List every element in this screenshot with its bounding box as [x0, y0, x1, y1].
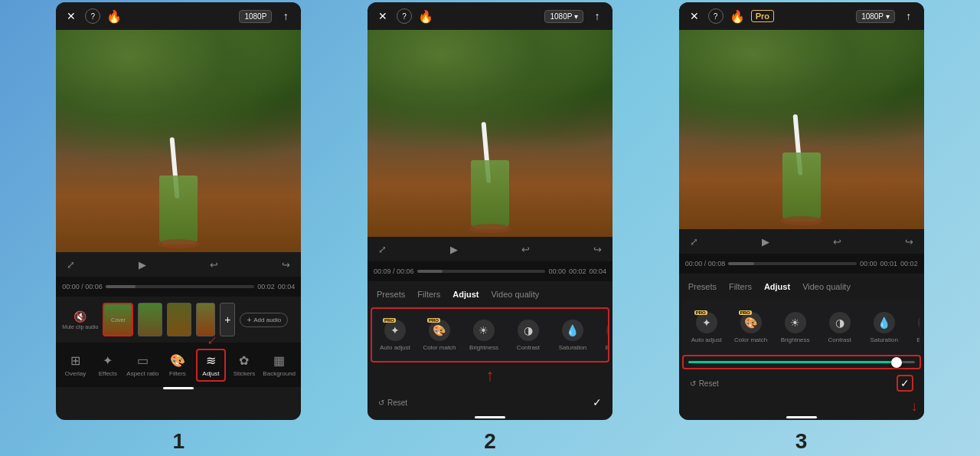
play-icon-2[interactable]: ▶ [450, 244, 458, 255]
time-3b: 00:01 [880, 260, 898, 267]
flame-icon-3: 🔥 [730, 8, 745, 24]
video-preview-1 [56, 30, 301, 252]
saturation-tool-3[interactable]: 💧 Saturation [866, 312, 903, 343]
help-icon[interactable]: ? [85, 8, 100, 24]
time-display-3: 00:00 / 00:08 [685, 260, 726, 267]
controls-bar-1: ⤢ ▶ ↩ ↪ [56, 252, 301, 277]
effects-nav[interactable]: ✦ Effects [94, 353, 122, 377]
check-icon-2[interactable]: ✓ [593, 396, 602, 408]
scroll-bar-1 [163, 387, 194, 389]
expand-icon[interactable]: ⤢ [67, 259, 75, 271]
close-icon-3[interactable]: ✕ [687, 8, 702, 24]
close-icon-2[interactable]: ✕ [375, 8, 390, 24]
cover-thumbnail[interactable]: Cover [103, 303, 133, 336]
add-clip-btn[interactable]: + [220, 303, 235, 336]
reset-btn-2[interactable]: ↺ Reset [378, 399, 407, 407]
expand-icon-3[interactable]: ⤢ [690, 236, 698, 248]
close-icon[interactable]: ✕ [64, 8, 79, 24]
timeline-track-3[interactable] [728, 262, 857, 265]
time-display-1: 00:00 / 00:06 [62, 283, 103, 290]
redo-icon-2[interactable]: ↪ [593, 244, 602, 255]
time-2a: 00:00 [548, 267, 566, 275]
panel-1: ✕ ? 🔥 1080P ↑ [56, 2, 301, 454]
time-3a: 00:00 [860, 260, 877, 267]
tab-adjust-2[interactable]: Adjust [452, 290, 479, 299]
resolution-badge[interactable]: 1080P [239, 10, 272, 23]
filters-nav[interactable]: 🎨 Filters [164, 353, 191, 377]
background-nav[interactable]: ▦ Background [263, 353, 296, 377]
redo-icon[interactable]: ↪ [282, 259, 290, 271]
contrast-tool-3[interactable]: ◑ Contrast [822, 312, 858, 343]
saturation-tool[interactable]: 💧 Saturation [554, 320, 591, 351]
timeline-track-2[interactable] [417, 270, 546, 273]
auto-adjust-tool[interactable]: PRO ✦ Auto adjust [377, 320, 413, 351]
add-audio-btn[interactable]: + Add audio [240, 313, 288, 327]
flame-icon-2: 🔥 [418, 8, 433, 24]
resolution-badge-2[interactable]: 1080P ▾ [544, 10, 583, 23]
reset-btn-3[interactable]: ↺ Reset [690, 379, 719, 388]
arrow-icon-2: ↑ [485, 366, 494, 385]
tab-filters-3[interactable]: Filters [729, 282, 752, 291]
mute-clip-btn[interactable]: 🔇 Mute clip audio [62, 310, 98, 330]
stickers-nav[interactable]: ✿ Stickers [230, 353, 258, 377]
clip-frame-3 [196, 303, 215, 336]
tab-quality-2[interactable]: Video quality [491, 290, 539, 299]
panel-number-1: 1 [173, 429, 185, 454]
brightness-tool[interactable]: ☀ Brightness [466, 320, 502, 351]
redo-icon-3[interactable]: ↪ [905, 236, 913, 248]
video-preview-3 [679, 30, 924, 229]
scroll-bar-3 [786, 416, 817, 418]
slider-thumb-3[interactable] [891, 357, 902, 368]
panel-number-3: 3 [795, 429, 808, 454]
time-end-1: 00:02 [257, 283, 275, 290]
upload-icon-3[interactable]: ↑ [901, 8, 916, 24]
contrast-tool[interactable]: ◑ Contrast [510, 320, 547, 351]
brilliance-tool-3[interactable]: ⚙ Brillian... [910, 312, 921, 343]
undo-icon[interactable]: ↩ [210, 259, 218, 271]
time-2b: 00:02 [569, 267, 586, 275]
slider-track-3[interactable] [688, 361, 915, 363]
arrow-container-2: ↑ [368, 363, 612, 389]
adjust-tools-2: PRO ✦ Auto adjust PRO 🎨 Color match ☀ Br… [371, 307, 609, 363]
adjust-tools-3: PRO ✦ Auto adjust PRO 🎨 Color match ☀ Br… [682, 300, 921, 355]
tab-presets-2[interactable]: Presets [377, 290, 405, 299]
upload-icon[interactable]: ↑ [278, 8, 293, 24]
bottom-nav-1: ⊞ Overlay ✦ Effects ▭ Aspect ratio 🎨 Fil… [56, 343, 301, 387]
tab-presets-3[interactable]: Presets [688, 282, 717, 291]
pro-badge: Pro [751, 10, 774, 22]
phone-screen-2: ✕ ? 🔥 1080P ▾ ↑ [368, 2, 612, 420]
aspect-ratio-nav[interactable]: ▭ Aspect ratio [126, 353, 158, 377]
tab-nav-3: Presets Filters Adjust Video quality [679, 274, 924, 300]
overlay-nav[interactable]: ⊞ Overlay [62, 353, 90, 377]
tab-quality-3[interactable]: Video quality [802, 282, 851, 291]
color-match-tool[interactable]: PRO 🎨 Color match [421, 320, 458, 351]
expand-icon-2[interactable]: ⤢ [378, 244, 387, 255]
brilliance-tool[interactable]: ⚙ Brillian... [599, 320, 609, 351]
upload-icon-2[interactable]: ↑ [590, 8, 605, 24]
panel-3: ✕ ? 🔥 Pro 1080P ▾ ↑ [679, 2, 924, 454]
phone-screen-3: ✕ ? 🔥 Pro 1080P ▾ ↑ [679, 2, 924, 420]
tab-filters-2[interactable]: Filters [417, 290, 440, 299]
color-match-tool-3[interactable]: PRO 🎨 Color match [733, 312, 769, 343]
undo-icon-2[interactable]: ↩ [521, 244, 530, 255]
tab-adjust-3[interactable]: Adjust [764, 282, 790, 291]
brightness-tool-3[interactable]: ☀ Brightness [777, 312, 814, 343]
adjust-nav[interactable]: ≋ Adjust [196, 349, 225, 382]
time-3c: 00:02 [900, 260, 918, 267]
clip-frame-1 [138, 303, 162, 336]
timeline-1: 00:00 / 00:06 00:02 00:04 [56, 277, 301, 297]
scroll-bar-2 [475, 416, 505, 418]
reset-bar-2: ↺ Reset ✓ [368, 389, 612, 416]
play-icon[interactable]: ▶ [139, 259, 146, 271]
top-bar-3: ✕ ? 🔥 Pro 1080P ▾ ↑ [679, 2, 924, 30]
help-icon-3[interactable]: ? [708, 8, 724, 24]
timeline-2: 00:09 / 00:06 00:00 00:02 00:04 [368, 261, 612, 281]
check-button-3[interactable]: ✓ [897, 375, 913, 392]
timeline-track-1[interactable] [106, 285, 254, 288]
undo-icon-3[interactable]: ↩ [833, 236, 841, 248]
time-end-2: 00:04 [278, 283, 296, 290]
resolution-badge-3[interactable]: 1080P ▾ [856, 10, 895, 23]
play-icon-3[interactable]: ▶ [762, 236, 769, 248]
auto-adjust-tool-3[interactable]: PRO ✦ Auto adjust [688, 312, 725, 343]
help-icon-2[interactable]: ? [397, 8, 412, 24]
